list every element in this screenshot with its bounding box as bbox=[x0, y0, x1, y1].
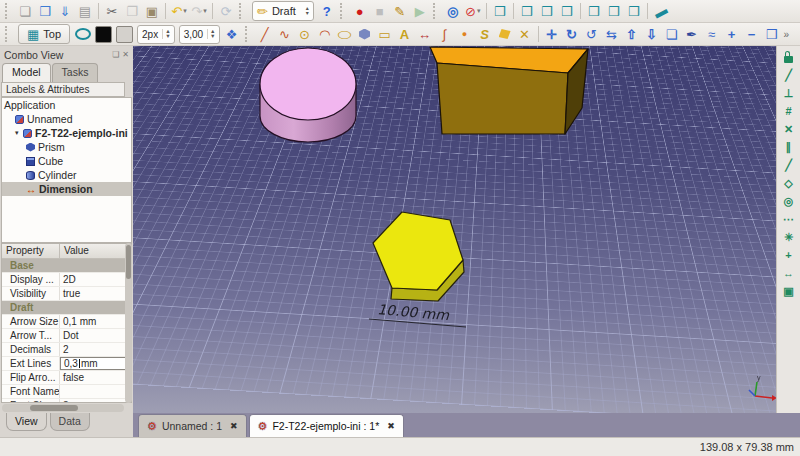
snap-grid-button[interactable]: # bbox=[779, 102, 798, 120]
draft-scale-button[interactable]: ❏ bbox=[662, 24, 682, 44]
expander-icon[interactable]: ▾ bbox=[15, 129, 23, 137]
tree-item-dimension[interactable]: ↔Dimension bbox=[2, 182, 131, 196]
face-color-swatch[interactable] bbox=[116, 26, 133, 43]
draft-offset-button[interactable]: ↺ bbox=[582, 24, 602, 44]
apply-style-button[interactable]: ❖ bbox=[222, 24, 242, 44]
line-width-spinner[interactable]: 2px▲▼ bbox=[137, 25, 175, 44]
redo-button[interactable]: ↷▾ bbox=[189, 1, 209, 21]
draft-point-button[interactable]: ● bbox=[455, 24, 475, 44]
draft-rotate-button[interactable]: ↻ bbox=[562, 24, 582, 44]
draft-polygon-button[interactable] bbox=[355, 24, 375, 44]
dropdown-arrow-icon[interactable]: ▾ bbox=[477, 7, 481, 15]
panel-float-icon[interactable]: ❏ bbox=[112, 50, 119, 59]
measure-button[interactable]: ▬ bbox=[651, 1, 671, 21]
property-grid-vscrollbar[interactable] bbox=[125, 243, 132, 403]
snap-angle-button[interactable]: ◇ bbox=[779, 174, 798, 192]
tree-item-unnamed[interactable]: Unnamed bbox=[2, 112, 131, 126]
property-row[interactable]: Font Name bbox=[2, 385, 131, 399]
property-value[interactable]: 0,3mm bbox=[60, 357, 131, 370]
cube-shape[interactable] bbox=[430, 47, 588, 134]
property-row[interactable]: Arrow T...Dot bbox=[2, 329, 131, 343]
draft-edit-button[interactable]: ✒ bbox=[682, 24, 702, 44]
draft-add-point-button[interactable]: + bbox=[722, 24, 742, 44]
tab-data[interactable]: Data bbox=[50, 413, 90, 431]
view-top-button[interactable]: ❒ bbox=[537, 1, 557, 21]
working-plane-button[interactable]: ▦Top bbox=[18, 24, 70, 44]
3d-viewport[interactable]: 10.00 mm x y bbox=[133, 46, 776, 413]
workbench-selector[interactable]: ✏Draft▴▾ bbox=[252, 1, 314, 21]
open-file-button[interactable]: ❒ bbox=[35, 1, 55, 21]
cylinder-shape[interactable] bbox=[260, 48, 356, 142]
document-tab[interactable]: ⚙Unnamed : 1✖ bbox=[138, 414, 247, 437]
draft-line-button[interactable]: ╱ bbox=[255, 24, 275, 44]
tab-tasks[interactable]: Tasks bbox=[52, 63, 99, 82]
snap-special-button[interactable]: ✳ bbox=[779, 228, 798, 246]
new-file-button[interactable]: ❏ bbox=[15, 1, 35, 21]
whats-this-button[interactable]: ? bbox=[317, 1, 337, 21]
property-row[interactable]: Ext Lines0,3mm bbox=[2, 357, 131, 371]
cut-button[interactable]: ✂ bbox=[102, 1, 122, 21]
line-color-swatch[interactable] bbox=[95, 26, 112, 43]
construction-mode-toggle[interactable] bbox=[73, 24, 93, 44]
tree-item-application[interactable]: Application bbox=[2, 98, 131, 112]
draft-delete-point-button[interactable]: − bbox=[742, 24, 762, 44]
fit-all-button[interactable]: ◎ bbox=[443, 1, 463, 21]
draft-wire-to-bspline-button[interactable]: ≈ bbox=[702, 24, 722, 44]
draft-bspline-button[interactable]: ∫ bbox=[435, 24, 455, 44]
snap-extension-button[interactable]: ╱ bbox=[779, 156, 798, 174]
view-right-button[interactable]: ❒ bbox=[557, 1, 577, 21]
dimension-annotation[interactable]: 10.00 mm bbox=[369, 301, 466, 327]
snap-dimensions-button[interactable]: ↔ bbox=[779, 264, 798, 282]
view-front-button[interactable]: ❒ bbox=[517, 1, 537, 21]
view-left-button[interactable]: ❒ bbox=[624, 1, 644, 21]
tree-item-cylinder[interactable]: Cylinder bbox=[2, 168, 131, 182]
spinner-arrows-icon[interactable]: ▲▼ bbox=[162, 29, 172, 39]
document-tab[interactable]: ⚙F2-T22-ejemplo-ini : 1*✖ bbox=[249, 414, 404, 437]
snap-working-plane-button[interactable]: ▣ bbox=[779, 282, 798, 300]
print-button[interactable]: ▤ bbox=[75, 1, 95, 21]
labels-attributes-header[interactable]: Labels & Attributes bbox=[1, 82, 125, 97]
view-rear-button[interactable]: ❒ bbox=[584, 1, 604, 21]
snap-lock-button[interactable] bbox=[779, 48, 798, 66]
panel-close-icon[interactable]: ✕ bbox=[122, 50, 129, 59]
macro-play-button[interactable]: ▶ bbox=[410, 1, 430, 21]
prism-shape[interactable] bbox=[373, 212, 464, 301]
draft-text-button[interactable]: A bbox=[395, 24, 415, 44]
draw-style-button[interactable]: ⊘▾ bbox=[463, 1, 483, 21]
toolbar-overflow-icon[interactable]: » bbox=[784, 29, 790, 40]
dropdown-arrow-icon[interactable]: ▾ bbox=[203, 7, 207, 15]
macro-edit-button[interactable]: ✎ bbox=[390, 1, 410, 21]
draft-wire-button[interactable]: ∿ bbox=[275, 24, 295, 44]
tab-model[interactable]: Model bbox=[2, 63, 51, 82]
property-row[interactable]: Display ...2D bbox=[2, 273, 131, 287]
spinner-arrows-icon[interactable]: ▲▼ bbox=[207, 29, 217, 39]
tree-item-cube[interactable]: Cube bbox=[2, 154, 131, 168]
draft-circle-button[interactable]: ⊙ bbox=[295, 24, 315, 44]
draft-upgrade-button[interactable]: ⇧ bbox=[622, 24, 642, 44]
draft-rectangle-button[interactable]: ▭ bbox=[375, 24, 395, 44]
draft-bezier-button[interactable]: ✕ bbox=[515, 24, 535, 44]
property-row[interactable]: Flip Arro...false bbox=[2, 371, 131, 385]
view-bottom-button[interactable]: ❒ bbox=[604, 1, 624, 21]
tab-view[interactable]: View bbox=[6, 413, 47, 431]
property-row[interactable]: Font Size3 mm bbox=[2, 399, 131, 403]
tree-item-prism[interactable]: Prism bbox=[2, 140, 131, 154]
draft-shape2dview-button[interactable]: ❒ bbox=[762, 24, 782, 44]
property-grid-hscrollbar[interactable] bbox=[2, 404, 124, 412]
macro-stop-button[interactable]: ■ bbox=[370, 1, 390, 21]
draft-shapestring-button[interactable]: S bbox=[475, 24, 495, 44]
draft-ellipse-button[interactable]: ◯ bbox=[335, 24, 355, 44]
snap-near-button[interactable]: ⋯ bbox=[779, 210, 798, 228]
dropdown-arrow-icon[interactable]: ▾ bbox=[183, 7, 187, 15]
snap-intersection-button[interactable]: ✕ bbox=[779, 120, 798, 138]
undo-button[interactable]: ↶▾ bbox=[169, 1, 189, 21]
draft-downgrade-button[interactable]: ⇩ bbox=[642, 24, 662, 44]
draft-arc-button[interactable]: ◠ bbox=[315, 24, 335, 44]
tab-close-icon[interactable]: ✖ bbox=[387, 421, 395, 431]
draft-move-button[interactable]: ✛ bbox=[542, 24, 562, 44]
draft-trim-button[interactable]: ⇆ bbox=[602, 24, 622, 44]
property-row[interactable]: Arrow Size0,1 mm bbox=[2, 315, 131, 329]
draft-dimension-button[interactable]: ↔ bbox=[415, 24, 435, 44]
snap-endpoint-button[interactable]: ╱ bbox=[779, 66, 798, 84]
refresh-button[interactable]: ⟳ bbox=[216, 1, 236, 21]
